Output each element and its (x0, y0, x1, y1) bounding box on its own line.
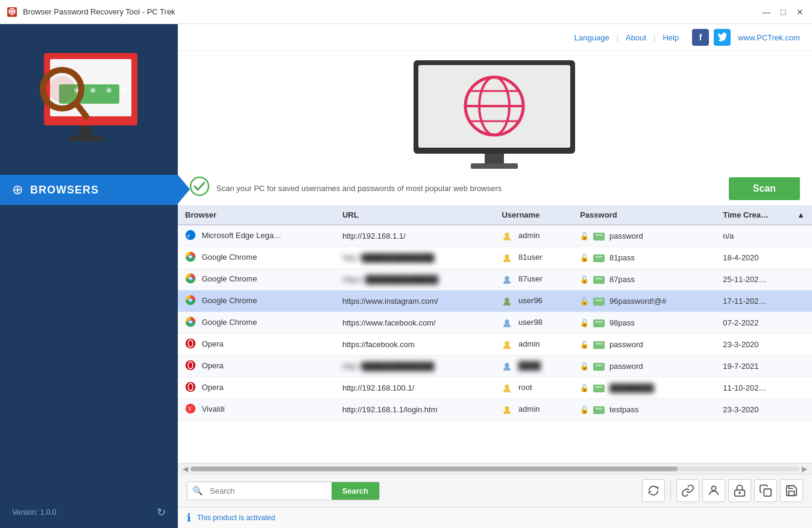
search-submit-button[interactable]: Search (332, 482, 379, 500)
browser-name: Microsoft Edge Lega… (202, 231, 282, 240)
username-value: admin (518, 404, 540, 413)
copy-icon-button[interactable] (754, 479, 777, 502)
restore-button[interactable]: □ (777, 6, 789, 18)
window-title: Browser Password Recovery Tool - PC Trek (23, 7, 806, 16)
svg-point-60 (711, 486, 716, 491)
scroll-thumb (190, 467, 678, 471)
pwd-badge: *** (593, 341, 605, 349)
cell-password: 🔓 *** 98pass (573, 312, 716, 334)
table-row[interactable]: V Vivaldi http://192.168.1.1/login.htm a… (178, 399, 812, 421)
table-row[interactable]: Google Chrome https://www.instagram.com/… (178, 291, 812, 312)
status-text: This product is activated (197, 514, 275, 522)
rotate-icon-button[interactable] (642, 479, 665, 502)
window-controls: — □ ✕ (760, 6, 806, 18)
save-icon-button[interactable] (780, 479, 803, 502)
facebook-icon[interactable]: f (692, 29, 709, 46)
scroll-left-btn[interactable]: ◀ (180, 465, 190, 473)
pwd-badge: *** (593, 319, 605, 327)
website-link[interactable]: www.PCTrek.com (738, 33, 800, 42)
minimize-button[interactable]: — (760, 6, 772, 18)
table-container[interactable]: Browser URL Username Password Time Crea…… (178, 206, 812, 463)
time-value: 11-10-202… (723, 383, 766, 392)
password-value: password (609, 362, 643, 371)
bottom-toolbar: 🔍 Search (178, 474, 812, 507)
time-value: 23-3-2020 (723, 340, 758, 349)
svg-point-32 (505, 254, 510, 259)
cell-url: https://█████████████. (335, 269, 495, 291)
sidebar-version: Version: 1.0.0 ↻ (0, 497, 178, 528)
scan-bar: Scan your PC for saved usernames and pas… (178, 172, 812, 206)
browser-name: Google Chrome (202, 318, 257, 327)
sidebar-item-browsers[interactable]: ⊕ BROWSERS (0, 175, 178, 205)
table-body: e Microsoft Edge Lega… http://192.168.1.… (178, 225, 812, 421)
hero-section (178, 51, 812, 172)
help-link[interactable]: Help (663, 33, 679, 42)
titlebar: Browser Password Recovery Tool - PC Trek… (0, 0, 812, 24)
table-row[interactable]: Google Chrome https://www.facebook.com/ … (178, 312, 812, 334)
cell-browser: Opera (178, 334, 335, 356)
svg-rect-23 (471, 163, 518, 169)
search-input[interactable] (207, 483, 332, 499)
password-icon-button[interactable] (728, 479, 751, 502)
svg-point-62 (739, 492, 740, 494)
link-icon-button[interactable] (676, 479, 699, 502)
username-value: ████ (518, 361, 541, 370)
lock-icon: 🔓 (580, 341, 589, 349)
sidebar-logo: * * * * (0, 24, 178, 175)
scroll-right-btn[interactable]: ▶ (799, 465, 810, 473)
cell-time: 23-3-2020 (716, 399, 812, 421)
pwd-badge: *** (593, 363, 605, 371)
table-row[interactable]: e Microsoft Edge Lega… http://192.168.1.… (178, 225, 812, 247)
main-layout: * * * * ⊕ BROWSERS Version: 1.0.0 ↻ (0, 24, 812, 528)
version-label: Version: 1.0.0 (12, 508, 56, 517)
table-row[interactable]: Google Chrome https://█████████████. 87u… (178, 269, 812, 291)
cell-time: 19-7-2021 (716, 356, 812, 377)
language-link[interactable]: Language (574, 33, 609, 42)
cell-password: 🔓 *** password (573, 225, 716, 247)
svg-point-47 (505, 319, 510, 324)
lock-icon: 🔓 (580, 254, 589, 262)
table-row[interactable]: Google Chrome http://█████████████. 81us… (178, 247, 812, 269)
col-browser: Browser (178, 206, 335, 225)
cell-username: 81user (494, 247, 573, 269)
sidebar: * * * * ⊕ BROWSERS Version: 1.0.0 ↻ (0, 24, 178, 528)
url-value: http://192.168.1.1/login.htm (342, 405, 438, 414)
user-icon-button[interactable] (702, 479, 725, 502)
social-icons: f (692, 29, 731, 46)
table-row[interactable]: Opera http://192.168.100.1/ root 🔓 *** █… (178, 377, 812, 399)
globe-icon: ⊕ (12, 182, 23, 198)
table-row[interactable]: Opera https://facebook.com admin 🔓 *** p… (178, 334, 812, 356)
cell-url: https://www.instagram.com/ (335, 291, 495, 312)
lock-icon: 🔓 (580, 275, 589, 284)
browser-name: Google Chrome (202, 296, 257, 305)
svg-point-27 (505, 233, 510, 237)
lock-icon: 🔓 (580, 384, 589, 392)
scan-description: Scan your PC for saved usernames and pas… (216, 184, 722, 193)
username-value: user98 (518, 318, 543, 327)
cell-url: http://192.168.100.1/ (335, 377, 495, 399)
lock-icon: 🔓 (580, 232, 589, 240)
cell-url: http://192.168.1.1/ (335, 225, 495, 247)
toolbar-separator-1 (670, 482, 671, 500)
twitter-icon[interactable] (714, 29, 731, 46)
refresh-icon[interactable]: ↻ (157, 506, 166, 519)
time-value: n/a (723, 231, 734, 240)
horizontal-scrollbar[interactable]: ◀ ▶ (178, 463, 812, 474)
cell-time: 25-11-202… (716, 269, 812, 291)
svg-point-37 (505, 276, 510, 281)
pwd-badge: *** (593, 406, 605, 414)
cell-time: 23-3-2020 (716, 334, 812, 356)
lock-icon: 🔓 (580, 319, 589, 327)
table-wrapper: Browser URL Username Password Time Crea…… (178, 206, 812, 474)
scan-button[interactable]: Scan (729, 177, 800, 200)
about-link[interactable]: About (626, 33, 646, 42)
search-icon: 🔍 (187, 486, 207, 495)
table-row[interactable]: Opera http://█████████████. ████ 🔓 *** p… (178, 356, 812, 377)
password-value: 98pass (609, 318, 635, 327)
cell-browser: Google Chrome (178, 247, 335, 269)
url-value: http://█████████████. (342, 253, 436, 262)
search-wrapper: 🔍 Search (187, 482, 380, 500)
close-button[interactable]: ✕ (794, 6, 806, 18)
col-password: Password (573, 206, 716, 225)
password-value: testpass (609, 405, 638, 414)
